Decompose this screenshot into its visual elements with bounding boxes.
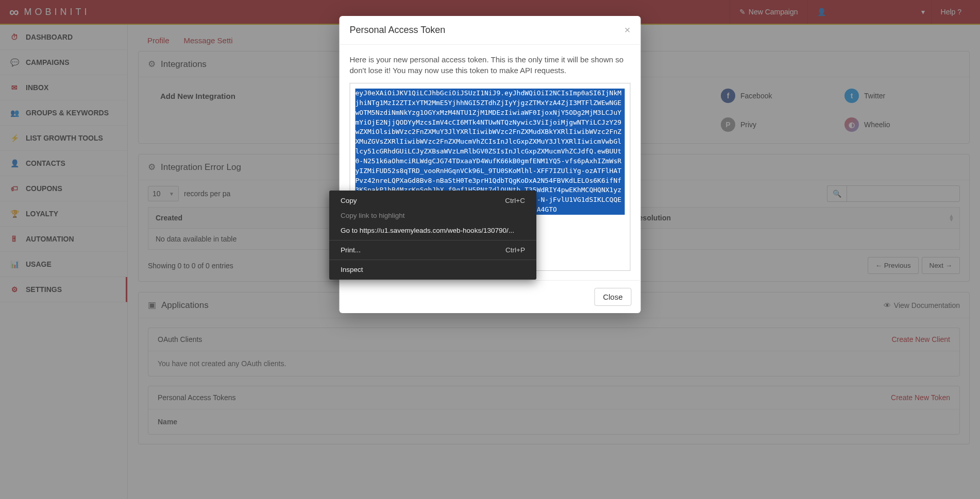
- ctx-goto-url[interactable]: Go to https://u1.savemyleads.com/web-hoo…: [329, 223, 536, 238]
- close-button[interactable]: Close: [594, 288, 631, 306]
- ctx-copy-link-highlight[interactable]: Copy link to highlight: [329, 208, 536, 223]
- modal-close-x[interactable]: ×: [624, 24, 631, 36]
- ctx-separator: [329, 260, 536, 260]
- context-menu: CopyCtrl+C Copy link to highlight Go to …: [329, 191, 536, 280]
- ctx-print[interactable]: Print...Ctrl+P: [329, 243, 536, 257]
- ctx-separator: [329, 240, 536, 240]
- modal-title: Personal Access Token: [350, 25, 446, 36]
- ctx-copy[interactable]: CopyCtrl+C: [329, 193, 536, 208]
- modal-message: Here is your new personal access token. …: [350, 54, 631, 76]
- ctx-inspect[interactable]: Inspect: [329, 262, 536, 277]
